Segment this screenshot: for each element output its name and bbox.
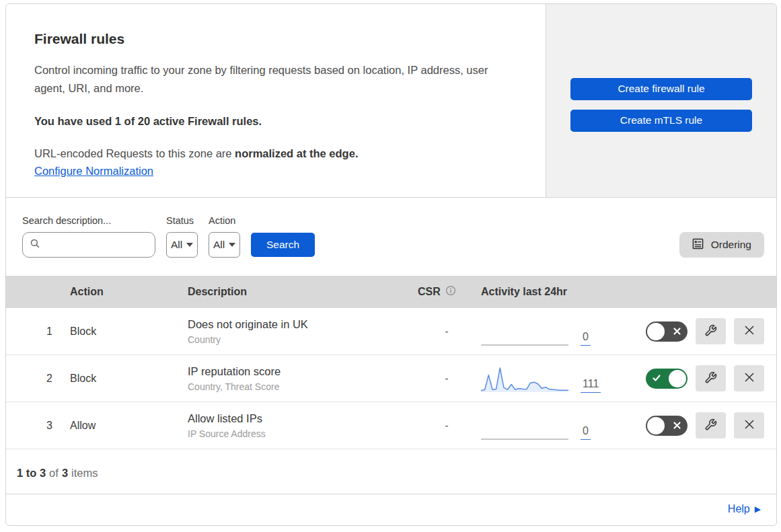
search-box[interactable] — [22, 232, 155, 258]
delete-rule-button[interactable] — [734, 318, 764, 344]
action-field: Action All — [209, 215, 240, 258]
normalization-text: URL-encoded Requests to this zone are — [34, 147, 235, 159]
ordering-list-icon — [692, 238, 704, 252]
delete-rule-button[interactable] — [734, 412, 764, 439]
page-title: Firewall rules — [34, 31, 519, 47]
action-label: Action — [209, 215, 240, 226]
activity-column-header: Activity last 24hr — [470, 286, 628, 298]
arrow-right-icon: ▶ — [755, 505, 761, 513]
action-select[interactable]: All — [209, 232, 240, 258]
action-panel: Create firewall rule Create mTLS rule — [546, 4, 776, 197]
firewall-rules-panel: Firewall rules Control incoming traffic … — [5, 3, 777, 526]
rule-priority: 2 — [6, 373, 70, 385]
search-label: Search description... — [22, 215, 155, 226]
normalization-note: URL-encoded Requests to this zone are no… — [34, 147, 519, 160]
activity-sparkline — [481, 364, 568, 393]
toggle-state-icon — [673, 326, 681, 338]
edit-rule-button[interactable] — [696, 318, 726, 344]
create-mtls-rule-button[interactable]: Create mTLS rule — [570, 110, 752, 132]
configure-normalization-link[interactable]: Configure Normalization — [34, 165, 153, 177]
status-label: Status — [166, 215, 198, 226]
rule-controls — [628, 412, 776, 439]
chevron-down-icon — [229, 243, 235, 247]
rule-fields: Country — [188, 334, 403, 345]
info-icon[interactable] — [445, 285, 456, 299]
close-icon — [743, 418, 755, 432]
create-firewall-rule-button[interactable]: Create firewall rule — [570, 78, 752, 100]
rule-priority: 1 — [6, 326, 70, 338]
close-icon — [743, 371, 755, 385]
description-column-header: Description — [188, 286, 403, 298]
rule-action: Block — [70, 373, 188, 385]
action-column-header: Action — [70, 286, 188, 298]
status-value: All — [171, 239, 182, 251]
edit-rule-button[interactable] — [696, 365, 726, 391]
rule-description-cell: Does not originate in UK Country — [188, 318, 403, 345]
csr-column-header: CSR — [403, 285, 470, 299]
rule-action: Block — [70, 326, 188, 338]
chevron-down-icon — [186, 243, 193, 247]
ordering-label: Ordering — [711, 239, 751, 251]
filter-bar: Search description... Status All Action — [6, 198, 776, 276]
items-total: 3 — [62, 467, 68, 479]
delete-rule-button[interactable] — [734, 365, 764, 391]
table-row: 1 Block Does not originate in UK Country… — [6, 308, 776, 355]
rule-description: Does not originate in UK — [188, 318, 403, 331]
rule-csr-value: - — [403, 326, 470, 338]
search-button[interactable]: Search — [251, 233, 315, 257]
rule-activity-cell: 0 — [470, 411, 628, 441]
toggle-state-icon — [652, 373, 661, 385]
wrench-icon — [704, 324, 717, 339]
wrench-icon — [704, 418, 717, 433]
rule-activity-cell: 111 — [470, 364, 628, 393]
usage-summary: You have used 1 of 20 active Firewall ru… — [34, 115, 519, 128]
rule-enabled-toggle[interactable] — [646, 416, 687, 436]
search-input[interactable] — [44, 239, 178, 251]
help-bar: Help▶ — [6, 494, 776, 525]
activity-count-link[interactable]: 111 — [581, 378, 601, 393]
activity-sparkline — [481, 411, 568, 441]
toggle-knob — [669, 370, 686, 387]
activity-count-link[interactable]: 0 — [581, 425, 591, 440]
activity-count-link[interactable]: 0 — [581, 331, 591, 346]
rule-controls — [628, 365, 776, 391]
rule-fields: Country, Threat Score — [188, 381, 403, 392]
rule-description: IP reputation score — [188, 365, 403, 378]
rule-enabled-toggle[interactable] — [646, 369, 687, 389]
wrench-icon — [704, 371, 717, 386]
header-content: Firewall rules Control incoming traffic … — [6, 4, 546, 197]
toggle-knob — [647, 323, 665, 340]
edit-rule-button[interactable] — [696, 412, 726, 439]
page: Firewall rules Control incoming traffic … — [0, 0, 781, 526]
rule-priority: 3 — [6, 420, 70, 432]
status-select[interactable]: All — [166, 232, 198, 258]
rule-enabled-toggle[interactable] — [646, 321, 687, 342]
help-link[interactable]: Help▶ — [728, 503, 761, 515]
toggle-state-icon — [673, 420, 681, 432]
search-icon — [30, 238, 40, 252]
header-section: Firewall rules Control incoming traffic … — [6, 4, 776, 198]
toggle-knob — [647, 417, 665, 434]
items-range: 1 to 3 — [17, 467, 46, 479]
action-value: All — [213, 239, 225, 251]
table-row: 2 Block IP reputation score Country, Thr… — [6, 355, 776, 402]
rule-description-cell: Allow listed IPs IP Source Address — [188, 412, 403, 439]
rule-fields: IP Source Address — [188, 428, 403, 439]
ordering-button[interactable]: Ordering — [679, 232, 764, 258]
pagination-summary: 1 to 3of3items — [6, 449, 776, 494]
status-field: Status All — [166, 215, 198, 258]
rule-description-cell: IP reputation score Country, Threat Scor… — [188, 365, 403, 392]
page-description: Control incoming traffic to your zone by… — [34, 61, 519, 97]
activity-sparkline — [481, 317, 568, 346]
close-icon — [743, 324, 755, 338]
rule-description: Allow listed IPs — [188, 412, 403, 425]
table-row: 3 Allow Allow listed IPs IP Source Addre… — [6, 402, 776, 449]
normalization-bold-text: normalized at the edge. — [235, 147, 358, 159]
rule-action: Allow — [70, 420, 188, 432]
table-header: Action Description CSR Activity last 24h… — [6, 276, 776, 308]
search-field: Search description... — [22, 215, 155, 258]
rule-csr-value: - — [403, 373, 470, 385]
rule-csr-value: - — [403, 420, 470, 432]
rule-activity-cell: 0 — [470, 317, 628, 346]
rule-controls — [628, 318, 776, 344]
